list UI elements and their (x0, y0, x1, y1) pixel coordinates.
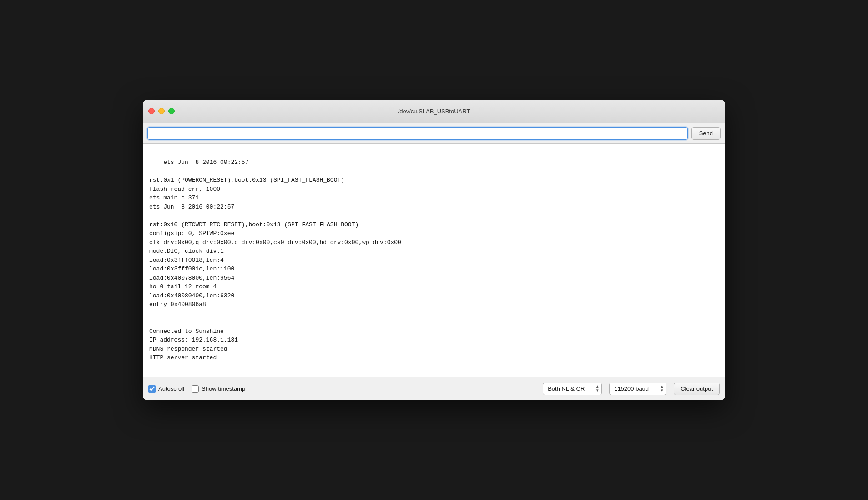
main-window: /dev/cu.SLAB_USBtoUART Send ets Jun 8 20… (143, 100, 725, 401)
maximize-button[interactable] (168, 108, 175, 114)
show-timestamp-text: Show timestamp (202, 385, 245, 392)
autoscroll-checkbox[interactable] (148, 385, 156, 393)
baud-rate-wrapper: 300 baud 1200 baud 2400 baud 4800 baud 9… (609, 383, 666, 395)
traffic-lights (148, 108, 175, 114)
show-timestamp-label[interactable]: Show timestamp (192, 385, 245, 393)
baud-rate-select[interactable]: 300 baud 1200 baud 2400 baud 4800 baud 9… (609, 383, 666, 395)
autoscroll-text: Autoscroll (158, 385, 184, 392)
minimize-button[interactable] (158, 108, 165, 114)
command-input[interactable] (147, 127, 688, 140)
line-ending-select[interactable]: No line ending Newline Carriage return B… (543, 383, 602, 395)
status-bar: Autoscroll Show timestamp No line ending… (143, 377, 725, 400)
send-button[interactable]: Send (691, 127, 721, 140)
autoscroll-label[interactable]: Autoscroll (148, 385, 184, 393)
window-title: /dev/cu.SLAB_USBtoUART (398, 108, 470, 115)
close-button[interactable] (148, 108, 155, 114)
line-ending-wrapper: No line ending Newline Carriage return B… (543, 383, 602, 395)
title-bar: /dev/cu.SLAB_USBtoUART (143, 100, 725, 123)
output-text: ets Jun 8 2016 00:22:57 rst:0x1 (POWERON… (149, 159, 401, 361)
show-timestamp-checkbox[interactable] (192, 385, 199, 393)
output-area[interactable]: ets Jun 8 2016 00:22:57 rst:0x1 (POWERON… (143, 144, 725, 377)
toolbar: Send (143, 123, 725, 144)
clear-output-button[interactable]: Clear output (674, 383, 720, 395)
